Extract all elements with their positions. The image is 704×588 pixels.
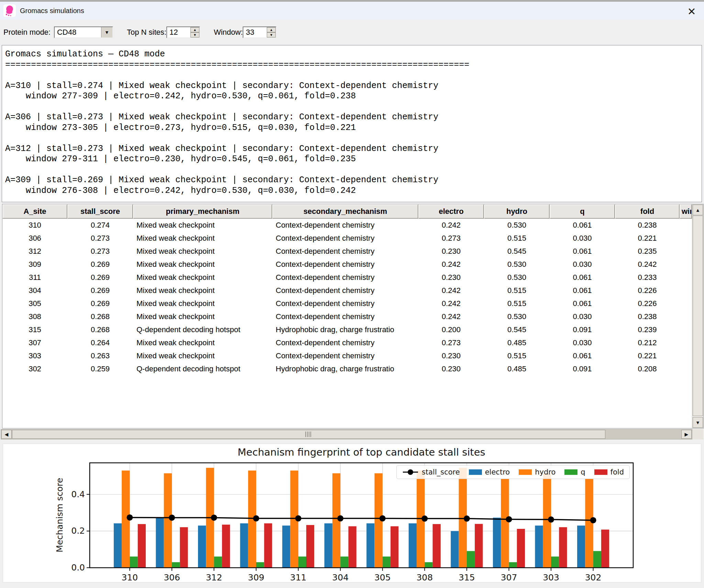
top-n-spinbox[interactable]: 12 ▲ ▼: [166, 26, 200, 38]
cell-window[interactable]: [680, 297, 692, 310]
cell-q[interactable]: 0.091: [550, 362, 615, 375]
table-row[interactable]: 3110.269Mixed weak checkpointContext-dep…: [2, 271, 692, 284]
cell-window[interactable]: [680, 245, 692, 258]
top-n-value[interactable]: 12: [167, 27, 190, 37]
console-panel[interactable]: Gromacs simulations — CD48 mode ========…: [2, 45, 702, 202]
cell-electro[interactable]: 0.230: [418, 245, 484, 258]
cell-fold[interactable]: 0.226: [615, 284, 680, 297]
cell-stall_score[interactable]: 0.269: [67, 284, 133, 297]
cell-a_site[interactable]: 309: [2, 258, 67, 271]
cell-stall_score[interactable]: 0.268: [67, 310, 133, 323]
spin-down-icon[interactable]: ▼: [267, 32, 276, 37]
cell-secondary_mechanism[interactable]: Hydrophobic drag, charge frustratio: [272, 362, 418, 375]
cell-window[interactable]: [680, 323, 692, 336]
cell-electro[interactable]: 0.242: [418, 310, 484, 323]
cell-q[interactable]: 0.061: [550, 349, 615, 362]
cell-a_site[interactable]: 312: [2, 245, 67, 258]
cell-fold[interactable]: 0.235: [615, 245, 680, 258]
spin-down-icon[interactable]: ▼: [190, 32, 199, 37]
table-row[interactable]: 3080.268Mixed weak checkpointContext-dep…: [2, 310, 692, 323]
cell-hydro[interactable]: 0.515: [484, 349, 550, 362]
cell-primary_mechanism[interactable]: Mixed weak checkpoint: [133, 284, 272, 297]
table-row[interactable]: 3150.268Q-dependent decoding hotspotHydr…: [2, 323, 692, 336]
cell-primary_mechanism[interactable]: Mixed weak checkpoint: [133, 349, 272, 362]
cell-stall_score[interactable]: 0.268: [67, 323, 133, 336]
column-header-fold[interactable]: fold: [615, 204, 680, 219]
column-header-hydro[interactable]: hydro: [484, 204, 550, 219]
table-vertical-scrollbar[interactable]: ▲ ▼: [692, 204, 703, 428]
cell-window[interactable]: [680, 219, 692, 232]
cell-stall_score[interactable]: 0.263: [67, 349, 133, 362]
table-row[interactable]: 3020.259Q-dependent decoding hotspotHydr…: [2, 362, 692, 375]
cell-fold[interactable]: 0.242: [615, 258, 680, 271]
table-row[interactable]: 3090.269Mixed weak checkpointContext-dep…: [2, 258, 692, 271]
close-icon[interactable]: ✕: [685, 4, 698, 18]
cell-window[interactable]: [680, 310, 692, 323]
cell-hydro[interactable]: 0.515: [484, 232, 550, 245]
cell-hydro[interactable]: 0.485: [484, 362, 550, 375]
cell-a_site[interactable]: 303: [2, 349, 67, 362]
column-header-electro[interactable]: electro: [418, 204, 484, 219]
dropdown-arrow-icon[interactable]: ▼: [101, 27, 112, 37]
protein-mode-combobox[interactable]: CD48 ▼: [54, 26, 113, 38]
cell-a_site[interactable]: 306: [2, 232, 67, 245]
cell-fold[interactable]: 0.212: [615, 336, 680, 349]
cell-window[interactable]: [680, 284, 692, 297]
cell-electro[interactable]: 0.242: [418, 297, 484, 310]
cell-q[interactable]: 0.030: [550, 336, 615, 349]
cell-secondary_mechanism[interactable]: Context-dependent chemistry: [272, 232, 418, 245]
cell-stall_score[interactable]: 0.259: [67, 362, 133, 375]
cell-a_site[interactable]: 315: [2, 323, 67, 336]
cell-primary_mechanism[interactable]: Mixed weak checkpoint: [133, 310, 272, 323]
cell-electro[interactable]: 0.242: [418, 258, 484, 271]
cell-electro[interactable]: 0.242: [418, 284, 484, 297]
cell-secondary_mechanism[interactable]: Context-dependent chemistry: [272, 219, 418, 232]
cell-electro[interactable]: 0.230: [418, 362, 484, 375]
cell-fold[interactable]: 0.208: [615, 362, 680, 375]
cell-hydro[interactable]: 0.530: [484, 258, 550, 271]
cell-electro[interactable]: 0.273: [418, 336, 484, 349]
cell-electro[interactable]: 0.242: [418, 219, 484, 232]
cell-electro[interactable]: 0.230: [418, 271, 484, 284]
cell-primary_mechanism[interactable]: Mixed weak checkpoint: [133, 258, 272, 271]
table-horizontal-scrollbar[interactable]: ◀ ▶: [1, 429, 692, 439]
cell-fold[interactable]: 0.221: [615, 349, 680, 362]
cell-fold[interactable]: 0.221: [615, 232, 680, 245]
cell-secondary_mechanism[interactable]: Context-dependent chemistry: [272, 258, 418, 271]
column-header-secondary_mechanism[interactable]: secondary_mechanism: [272, 204, 418, 219]
cell-fold[interactable]: 0.226: [615, 297, 680, 310]
cell-stall_score[interactable]: 0.273: [67, 245, 133, 258]
cell-secondary_mechanism[interactable]: Context-dependent chemistry: [272, 297, 418, 310]
column-header-stall_score[interactable]: stall_score: [67, 204, 133, 219]
table-row[interactable]: 3050.269Mixed weak checkpointContext-dep…: [2, 297, 692, 310]
table-row[interactable]: 3120.273Mixed weak checkpointContext-dep…: [2, 245, 692, 258]
cell-window[interactable]: [680, 349, 692, 362]
vertical-scrollbar-thumb[interactable]: [693, 216, 703, 416]
cell-window[interactable]: [680, 336, 692, 349]
column-header-a_site[interactable]: A_site: [2, 204, 67, 219]
scroll-right-icon[interactable]: ▶: [681, 430, 692, 439]
cell-secondary_mechanism[interactable]: Context-dependent chemistry: [272, 349, 418, 362]
table-row[interactable]: 3070.264Mixed weak checkpointContext-dep…: [2, 336, 692, 349]
cell-fold[interactable]: 0.238: [615, 219, 680, 232]
cell-hydro[interactable]: 0.485: [484, 336, 550, 349]
table-row[interactable]: 3060.273Mixed weak checkpointContext-dep…: [2, 232, 692, 245]
cell-stall_score[interactable]: 0.273: [67, 232, 133, 245]
cell-primary_mechanism[interactable]: Mixed weak checkpoint: [133, 219, 272, 232]
cell-primary_mechanism[interactable]: Q-dependent decoding hotspot: [133, 323, 272, 336]
cell-secondary_mechanism[interactable]: Hydrophobic drag, charge frustratio: [272, 323, 418, 336]
cell-q[interactable]: 0.061: [550, 219, 615, 232]
cell-secondary_mechanism[interactable]: Context-dependent chemistry: [272, 271, 418, 284]
cell-window[interactable]: [680, 232, 692, 245]
cell-electro[interactable]: 0.200: [418, 323, 484, 336]
cell-primary_mechanism[interactable]: Q-dependent decoding hotspot: [133, 362, 272, 375]
cell-primary_mechanism[interactable]: Mixed weak checkpoint: [133, 245, 272, 258]
cell-q[interactable]: 0.061: [550, 284, 615, 297]
cell-hydro[interactable]: 0.530: [484, 310, 550, 323]
cell-stall_score[interactable]: 0.274: [67, 219, 133, 232]
horizontal-scrollbar-thumb[interactable]: [12, 430, 605, 439]
cell-q[interactable]: 0.061: [550, 297, 615, 310]
cell-primary_mechanism[interactable]: Mixed weak checkpoint: [133, 297, 272, 310]
cell-stall_score[interactable]: 0.269: [67, 271, 133, 284]
column-header-primary_mechanism[interactable]: primary_mechanism: [133, 204, 272, 219]
